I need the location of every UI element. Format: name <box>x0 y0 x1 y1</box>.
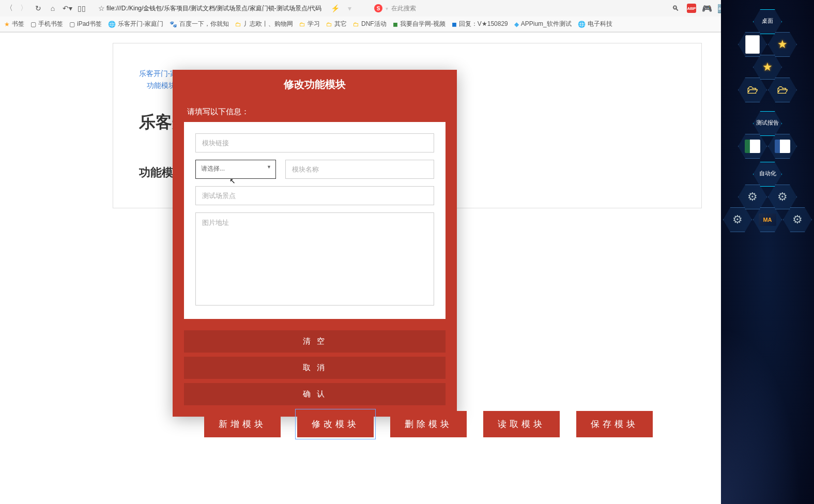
excel-icon <box>745 140 760 153</box>
bookmark-item[interactable]: ▢手机书签 <box>30 20 63 28</box>
dropdown-icon[interactable]: ▾ <box>344 3 355 13</box>
nebula-bg <box>721 297 814 504</box>
bookmark-item[interactable]: ◼我要自学网-视频 <box>393 20 446 28</box>
hex-gear1[interactable]: ⚙ <box>738 185 767 209</box>
cancel-button[interactable]: 取 消 <box>184 357 446 379</box>
test-scene-input[interactable] <box>195 186 434 205</box>
bookmark-item[interactable]: ◼回复：V★150829 <box>452 20 508 28</box>
browser-chrome: 〈 〉 ↻ ⌂ ↶▾ ▯▯ ☆ file:///D:/King/金钱包/乐客项目… <box>0 0 814 33</box>
hex-document[interactable] <box>738 32 767 57</box>
site-icon: ◼ <box>393 21 398 28</box>
search-area[interactable]: S ▾ 在此搜索 <box>374 4 416 13</box>
hex-report-label: 测试报告 <box>753 119 782 127</box>
module-link-input[interactable] <box>195 133 434 152</box>
module-type-select[interactable]: 请选择... <box>195 160 276 179</box>
image-url-textarea[interactable] <box>195 212 434 306</box>
reader-button[interactable]: ▯▯ <box>76 3 87 13</box>
hex-word[interactable] <box>768 134 797 159</box>
gear-icon: ⚙ <box>777 190 788 204</box>
modal-body: 请选择... <box>184 122 446 319</box>
cursor-icon: ↖ <box>229 177 236 185</box>
read-module-button[interactable]: 读取模块 <box>483 411 560 437</box>
hex-folder1[interactable]: 🗁 <box>738 78 767 102</box>
hex-folder2[interactable]: 🗁 <box>768 78 797 102</box>
modify-module-modal: 修改功能模块 请填写以下信息： 请选择... 清 空 取 消 确 认 <box>173 70 457 417</box>
bookmark-item[interactable]: 🐾百度一下，你就知 <box>170 20 229 28</box>
bookmark-item[interactable]: 🗀其它 <box>326 20 347 28</box>
forward-button[interactable]: 〉 <box>19 3 29 13</box>
search-dropdown-icon[interactable]: ▾ <box>386 6 388 11</box>
folder-icon: 🗁 <box>777 83 788 97</box>
clear-button[interactable]: 清 空 <box>184 330 446 353</box>
modal-title: 修改功能模块 <box>173 70 457 99</box>
folder-icon: 🗀 <box>353 21 359 28</box>
hex-gear3[interactable]: ⚙ <box>723 207 752 232</box>
desktop-widget: 桌面 ★ ★ 🗁 🗁 测试报告 自动化 ⚙ ⚙ ⚙ MA ⚙ <box>721 0 814 504</box>
bookmark-item[interactable]: 🗀丿志欧丨、购物网 <box>235 20 293 28</box>
back-button[interactable]: 〈 <box>4 3 14 13</box>
folder-icon: 🗀 <box>299 21 305 28</box>
undo-button[interactable]: ↶▾ <box>62 3 72 13</box>
bookmark-item[interactable]: ★书签 <box>4 20 24 28</box>
modal-prompt: 请填写以下信息： <box>173 99 457 122</box>
gear-icon: ⚙ <box>747 190 758 204</box>
search-icon[interactable]: 🔍︎ <box>670 3 681 13</box>
appium-icon: ◆ <box>514 21 519 28</box>
bookmark-item[interactable]: 🌐电子科技 <box>578 20 612 28</box>
hex-gear2[interactable]: ⚙ <box>768 185 797 209</box>
bookmark-item[interactable]: 🌐乐客开门-家庭门 <box>108 20 163 28</box>
action-buttons: 新增模块 修改模块 删除模块 读取模块 保存模块 <box>204 411 653 437</box>
phone-icon: ▢ <box>30 21 36 28</box>
refresh-button[interactable]: ↻ <box>33 3 43 13</box>
gear-icon: ⚙ <box>732 213 743 226</box>
url-bar[interactable]: ☆ file:///D:/King/金钱包/乐客项目/测试文档/测试场景点/家庭… <box>96 3 321 13</box>
star-icon: ★ <box>777 38 788 51</box>
delete-module-button[interactable]: 删除模块 <box>390 411 467 437</box>
bookmark-item[interactable]: 🗀学习 <box>299 20 320 28</box>
lightning-icon: ⚡ <box>330 3 340 13</box>
game-icon[interactable]: 🎮 <box>702 4 712 13</box>
hex-excel[interactable] <box>738 134 767 159</box>
globe-icon: 🌐 <box>578 21 586 28</box>
hex-desktop-label: 桌面 <box>753 17 782 25</box>
tablet-icon: ▢ <box>69 21 75 28</box>
word-icon <box>775 140 790 153</box>
star-icon: ★ <box>762 60 773 74</box>
hex-ma[interactable]: MA <box>753 207 782 232</box>
hex-star[interactable]: ★ <box>768 32 797 57</box>
url-text: file:///D:/King/金钱包/乐客项目/测试文档/测试场景点/家庭门锁… <box>106 4 321 13</box>
confirm-button[interactable]: 确 认 <box>184 383 446 405</box>
sogou-icon: S <box>374 4 382 12</box>
bookmark-item[interactable]: ▢iPad书签 <box>69 20 102 28</box>
hex-gear4[interactable]: ⚙ <box>783 207 812 232</box>
modal-buttons: 清 空 取 消 确 认 <box>173 319 457 417</box>
save-module-button[interactable]: 保存模块 <box>576 411 653 437</box>
folder-icon: 🗀 <box>326 21 332 28</box>
navigation-bar: 〈 〉 ↻ ⌂ ↶▾ ▯▯ ☆ file:///D:/King/金钱包/乐客项目… <box>0 0 814 17</box>
add-module-button[interactable]: 新增模块 <box>204 411 281 437</box>
folder-icon: 🗀 <box>235 21 241 28</box>
document-icon <box>745 35 760 54</box>
hex-star2[interactable]: ★ <box>753 55 782 80</box>
adblock-icon[interactable]: ABP <box>687 4 696 13</box>
gear-icon: ⚙ <box>792 213 803 226</box>
bookmark-item[interactable]: 🗀DNF活动 <box>353 20 387 28</box>
site-icon: ◼ <box>452 21 457 28</box>
star-icon: ★ <box>4 21 10 28</box>
favorite-icon[interactable]: ☆ <box>96 3 106 13</box>
ma-icon: MA <box>759 213 776 226</box>
globe-icon: 🌐 <box>108 21 116 28</box>
modify-module-button[interactable]: 修改模块 <box>297 411 374 437</box>
hex-grid: 桌面 ★ ★ 🗁 🗁 测试报告 自动化 ⚙ ⚙ ⚙ MA ⚙ <box>721 0 814 10</box>
baidu-icon: 🐾 <box>170 21 177 28</box>
bookmarks-bar: ★书签 ▢手机书签 ▢iPad书签 🌐乐客开门-家庭门 🐾百度一下，你就知 🗀丿… <box>0 17 814 32</box>
home-button[interactable]: ⌂ <box>48 3 58 13</box>
module-name-input[interactable] <box>285 160 434 179</box>
folder-icon: 🗁 <box>747 83 758 97</box>
hex-automation-label: 自动化 <box>753 170 782 177</box>
search-placeholder: 在此搜索 <box>391 4 416 13</box>
bookmark-item[interactable]: ◆APPium_软件测试 <box>514 20 572 28</box>
